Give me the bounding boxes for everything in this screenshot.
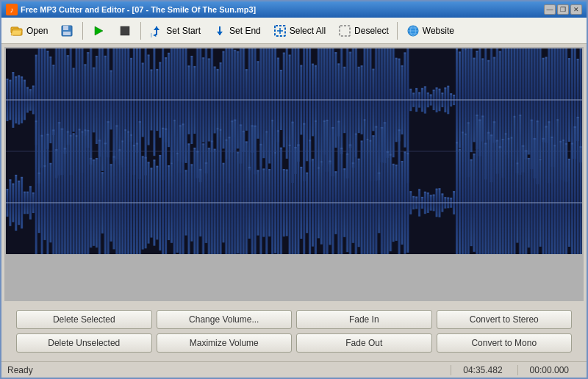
svg-marker-2 — [11, 30, 22, 35]
svg-rect-4 — [63, 26, 68, 30]
select-all-icon — [273, 24, 287, 38]
waveform-wrapper — [4, 47, 584, 301]
waveform-canvas[interactable] — [6, 48, 582, 254]
website-label: Website — [423, 26, 454, 36]
stop-icon — [118, 24, 132, 38]
save-button[interactable] — [54, 21, 79, 40]
separator-2 — [140, 22, 141, 40]
main-window: ♪ Free MP3 Cutter and Editor - [07 - The… — [0, 0, 588, 379]
svg-text:|◄: |◄ — [151, 32, 157, 37]
open-button[interactable]: Open — [4, 21, 53, 40]
set-end-label: Set End — [229, 26, 261, 36]
change-volume-button[interactable]: Change Volume... — [157, 310, 293, 329]
open-label: Open — [26, 26, 48, 36]
open-icon — [10, 24, 24, 38]
set-end-icon — [212, 24, 227, 38]
toolbar: Open — [1, 18, 587, 44]
svg-rect-8 — [121, 26, 129, 35]
play-button[interactable] — [86, 21, 111, 40]
separator-1 — [82, 22, 83, 40]
window-title: Free MP3 Cutter and Editor - [07 - The S… — [21, 5, 544, 14]
website-button[interactable]: Website — [401, 21, 459, 40]
fade-out-button[interactable]: Fade Out — [296, 333, 432, 353]
maximize-volume-button[interactable]: Maximize Volume — [157, 333, 293, 353]
svg-marker-10 — [154, 26, 159, 30]
save-icon — [60, 24, 74, 38]
main-content: Delete Selected Change Volume... Fade In… — [1, 44, 587, 361]
deselect-button[interactable]: Deselect — [332, 21, 394, 40]
restore-button[interactable]: ❐ — [557, 4, 569, 15]
set-end-button[interactable]: Set End — [207, 21, 266, 40]
select-all-label: Select All — [290, 26, 326, 36]
separator-3 — [397, 22, 398, 40]
close-button[interactable]: ✕ — [570, 4, 582, 15]
svg-marker-7 — [95, 26, 103, 35]
svg-marker-13 — [217, 32, 223, 35]
select-all-button[interactable]: Select All — [268, 21, 331, 40]
status-time1: 04:35.482 — [451, 365, 514, 375]
convert-to-mono-button[interactable]: Convert to Mono — [437, 333, 573, 353]
play-icon — [91, 24, 106, 38]
status-text: Ready — [7, 365, 448, 375]
title-bar: ♪ Free MP3 Cutter and Editor - [07 - The… — [1, 1, 587, 18]
deselect-icon — [337, 24, 352, 38]
deselect-label: Deselect — [354, 26, 389, 36]
fade-in-button[interactable]: Fade In — [296, 310, 432, 329]
set-start-icon: |◄ — [149, 24, 164, 38]
status-bar: Ready 04:35.482 00:00.000 — [1, 361, 587, 378]
website-icon — [406, 24, 420, 38]
delete-unselected-button[interactable]: Delete Unselected — [16, 333, 152, 353]
delete-selected-button[interactable]: Delete Selected — [16, 310, 152, 329]
svg-rect-17 — [340, 26, 350, 36]
app-icon: ♪ — [6, 4, 18, 15]
convert-to-stereo-button[interactable]: Convert to Stereo — [437, 310, 573, 329]
svg-rect-5 — [63, 32, 71, 35]
stop-button[interactable] — [112, 21, 137, 40]
set-start-button[interactable]: |◄ Set Start — [144, 21, 206, 40]
buttons-area: Delete Selected Change Volume... Fade In… — [4, 304, 584, 358]
set-start-label: Set Start — [166, 26, 201, 36]
window-controls: — ❐ ✕ — [544, 4, 582, 15]
minimize-button[interactable]: — — [544, 4, 556, 15]
svg-rect-6 — [68, 26, 71, 29]
status-time2: 00:00.000 — [517, 365, 581, 375]
